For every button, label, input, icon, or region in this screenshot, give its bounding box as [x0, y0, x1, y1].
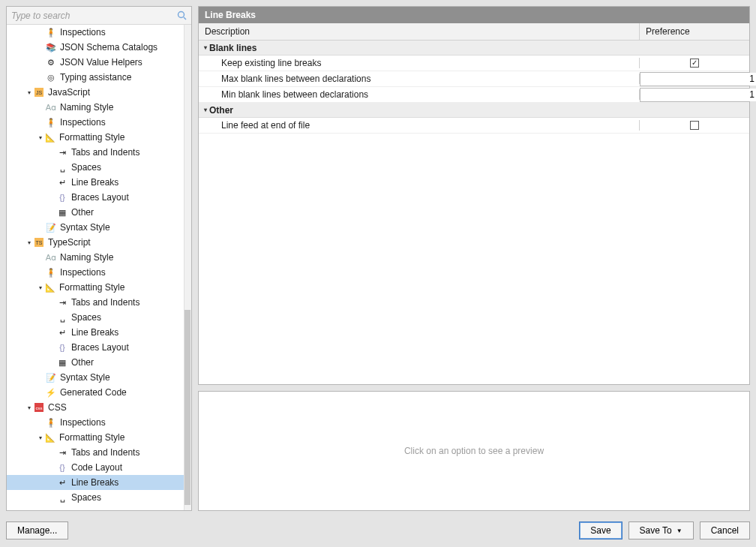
svg-text:TS: TS — [36, 240, 43, 245]
tree-item-braces-layout[interactable]: {}Braces Layout — [7, 340, 184, 355]
tree-label: Inspections — [60, 27, 106, 38]
person-icon: 🧍 — [45, 27, 57, 38]
tree-label: Typing assistance — [60, 72, 131, 83]
spinner-max-blank[interactable]: ▲▼ — [640, 72, 749, 86]
cancel-button[interactable]: Cancel — [700, 521, 750, 539]
tree-label: Spaces — [71, 492, 101, 503]
tree-label: Syntax Style — [60, 222, 110, 233]
tree-item-json-value-helpers[interactable]: ⚙JSON Value Helpers — [7, 55, 184, 70]
tree-item-spaces[interactable]: ␣Spaces — [7, 160, 184, 175]
tree-item-other[interactable]: ▦Other — [7, 355, 184, 370]
tree-item-json-schema-catalogs[interactable]: 📚JSON Schema Catalogs — [7, 40, 184, 55]
tree-label: Spaces — [71, 162, 101, 173]
tree-item-naming-style[interactable]: AɑNaming Style — [7, 100, 184, 115]
option-row[interactable]: Line feed at end of file — [199, 118, 749, 134]
option-row[interactable]: Min blank lines between declarations ▲▼ — [199, 87, 749, 103]
panel-title: Line Breaks — [199, 7, 749, 23]
dialog-footer: Manage... Save Save To▼ Cancel — [0, 514, 756, 547]
format-icon: 📐 — [44, 132, 56, 143]
checkbox-line-feed-eof[interactable] — [690, 121, 699, 130]
tree-item-inspections[interactable]: 🧍Inspections — [7, 415, 184, 430]
caret-down-icon: ▾ — [37, 134, 44, 141]
svg-text:css: css — [36, 406, 43, 410]
spaces-icon: ␣ — [56, 492, 68, 503]
options-tree[interactable]: 🧍Inspections 📚JSON Schema Catalogs ⚙JSON… — [7, 25, 184, 510]
checkbox-keep-existing[interactable]: ✓ — [690, 59, 699, 68]
format-icon: 📐 — [44, 432, 56, 443]
tree-item-tabs-indents[interactable]: ⇥Tabs and Indents — [7, 295, 184, 310]
tree-label: Braces Layout — [71, 342, 129, 353]
tree-item-javascript[interactable]: ▾JSJavaScript — [7, 85, 184, 100]
tree-item-typescript[interactable]: ▾TSTypeScript — [7, 235, 184, 250]
group-other[interactable]: ▾Other — [199, 103, 749, 118]
tree-item-tabs-indents[interactable]: ⇥Tabs and Indents — [7, 145, 184, 160]
tree-item-other[interactable]: ▦Other — [7, 205, 184, 220]
option-row[interactable]: Keep existing line breaks ✓ — [199, 56, 749, 71]
tree-item-formatting-style[interactable]: ▾📐Formatting Style — [7, 280, 184, 295]
caret-down-icon: ▾ — [202, 44, 209, 51]
indent-icon: ⇥ — [56, 447, 68, 458]
tree-item-tabs-indents[interactable]: ⇥Tabs and Indents — [7, 445, 184, 460]
tree-label: Tabs and Indents — [71, 447, 140, 458]
person-icon: 🧍 — [45, 417, 57, 428]
tree-label: Line Breaks — [71, 327, 118, 338]
spinner-input[interactable] — [640, 73, 756, 86]
tree-item-typing-assistance[interactable]: ◎Typing assistance — [7, 70, 184, 85]
search-input[interactable] — [10, 9, 176, 23]
js-icon: JS — [33, 87, 45, 98]
tree-item-syntax-style[interactable]: 📝Syntax Style — [7, 370, 184, 385]
option-row[interactable]: Max blank lines between declarations ▲▼ — [199, 71, 749, 87]
save-to-button[interactable]: Save To▼ — [628, 521, 694, 539]
manage-button[interactable]: Manage... — [6, 521, 68, 539]
spinner-input[interactable] — [640, 89, 756, 101]
tree-item-formatting-style[interactable]: ▾📐Formatting Style — [7, 130, 184, 145]
tree-label: Braces Layout — [71, 192, 129, 203]
tree-item-inspections[interactable]: 🧍Inspections — [7, 265, 184, 280]
tree-item-spaces[interactable]: ␣Spaces — [7, 490, 184, 505]
tree-item-line-breaks[interactable]: ↵Line Breaks — [7, 475, 184, 490]
tree-label: Syntax Style — [60, 372, 110, 383]
tree-item-syntax-style[interactable]: 📝Syntax Style — [7, 220, 184, 235]
tree-label: Code Layout — [71, 462, 122, 473]
sidebar: 🧍Inspections 📚JSON Schema Catalogs ⚙JSON… — [6, 6, 192, 511]
search-icon[interactable] — [176, 10, 188, 22]
tree-item-css[interactable]: ▾cssCSS — [7, 400, 184, 415]
tree-label: Spaces — [71, 312, 101, 323]
tree-label: Formatting Style — [59, 132, 124, 143]
tree-item-generated-code[interactable]: ⚡Generated Code — [7, 385, 184, 400]
braces-icon: {} — [56, 462, 68, 473]
svg-text:JS: JS — [36, 90, 43, 95]
search-bar — [7, 7, 191, 25]
tree-label: Inspections — [60, 117, 106, 128]
linebreak-icon: ↵ — [56, 327, 68, 338]
preview-panel: Click on an option to see a preview — [198, 391, 750, 511]
linebreak-icon: ↵ — [56, 477, 68, 488]
tree-item-braces-layout[interactable]: {}Braces Layout — [7, 190, 184, 205]
save-button[interactable]: Save — [579, 521, 622, 539]
option-label: Line feed at end of file — [199, 120, 640, 131]
caret-down-icon: ▾ — [37, 284, 44, 291]
caret-down-icon: ▾ — [202, 107, 209, 113]
tree-item-line-breaks[interactable]: ↵Line Breaks — [7, 325, 184, 340]
tree-item-inspections[interactable]: 🧍Inspections — [7, 115, 184, 130]
other-icon: ▦ — [56, 207, 68, 218]
grid-header: Description Preference — [199, 23, 749, 41]
tree-item-inspections[interactable]: 🧍Inspections — [7, 25, 184, 40]
tree-label: Tabs and Indents — [71, 147, 140, 158]
tree-label: Naming Style — [60, 102, 113, 113]
group-blank-lines[interactable]: ▾Blank lines — [199, 41, 749, 56]
tree-label: JavaScript — [48, 87, 90, 98]
group-label: Other — [209, 105, 233, 116]
column-preference: Preference — [640, 23, 749, 40]
tree-item-code-layout[interactable]: {}Code Layout — [7, 460, 184, 475]
scrollbar-thumb[interactable] — [184, 310, 190, 505]
naming-icon: Aɑ — [45, 102, 57, 113]
spinner-min-blank[interactable]: ▲▼ — [640, 88, 749, 102]
tree-item-naming-style[interactable]: AɑNaming Style — [7, 250, 184, 265]
tree-item-line-breaks[interactable]: ↵Line Breaks — [7, 175, 184, 190]
options-panel: Line Breaks Description Preference ▾Blan… — [198, 6, 750, 385]
tree-item-formatting-style[interactable]: ▾📐Formatting Style — [7, 430, 184, 445]
indent-icon: ⇥ — [56, 297, 68, 308]
css-icon: css — [33, 402, 45, 413]
tree-item-spaces[interactable]: ␣Spaces — [7, 310, 184, 325]
